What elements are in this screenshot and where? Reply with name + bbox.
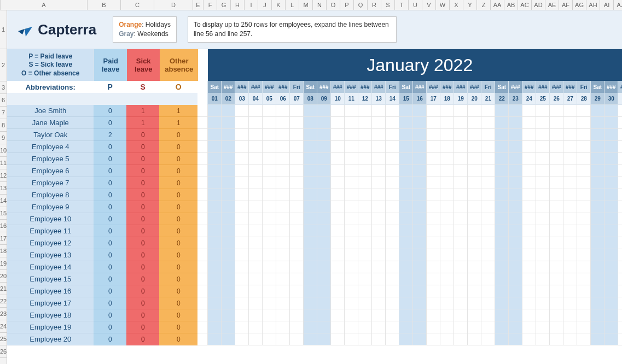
- calendar-cell[interactable]: [577, 261, 590, 273]
- calendar-cell[interactable]: [289, 225, 303, 237]
- calendar-cell[interactable]: [358, 153, 371, 165]
- calendar-cell[interactable]: [549, 129, 563, 141]
- calendar-cell[interactable]: [618, 273, 622, 285]
- calendar-cell[interactable]: [344, 297, 358, 309]
- calendar-cell[interactable]: [590, 273, 604, 285]
- sick-count[interactable]: 1: [126, 117, 159, 129]
- calendar-cell[interactable]: [317, 117, 330, 129]
- calendar-cell[interactable]: [385, 141, 399, 153]
- calendar-cell[interactable]: [577, 189, 590, 201]
- calendar-cell[interactable]: [618, 333, 622, 345]
- weekday-cell[interactable]: ###: [522, 81, 536, 93]
- calendar-cell[interactable]: [330, 261, 344, 273]
- calendar-cell[interactable]: [440, 213, 454, 225]
- column-header[interactable]: C: [121, 0, 154, 10]
- calendar-cell[interactable]: [440, 189, 454, 201]
- day-number-cell[interactable]: 25: [536, 93, 549, 105]
- column-header[interactable]: U: [409, 0, 422, 10]
- paid-count[interactable]: 0: [94, 273, 126, 285]
- calendar-cell[interactable]: [495, 225, 508, 237]
- calendar-cell[interactable]: [426, 273, 440, 285]
- calendar-cell[interactable]: [262, 165, 276, 177]
- calendar-cell[interactable]: [467, 285, 481, 297]
- calendar-cell[interactable]: [508, 261, 522, 273]
- other-count[interactable]: 0: [159, 285, 197, 297]
- calendar-cell[interactable]: [371, 249, 385, 261]
- calendar-cell[interactable]: [549, 273, 563, 285]
- calendar-cell[interactable]: [399, 153, 412, 165]
- sick-count[interactable]: 0: [126, 165, 159, 177]
- calendar-cell[interactable]: [604, 249, 618, 261]
- calendar-cell[interactable]: [207, 237, 221, 249]
- calendar-cell[interactable]: [563, 321, 577, 333]
- calendar-cell[interactable]: [262, 141, 276, 153]
- column-header[interactable]: AC: [518, 0, 532, 10]
- employee-name[interactable]: Employee 10: [7, 213, 94, 225]
- calendar-cell[interactable]: [549, 285, 563, 297]
- weekday-cell[interactable]: ###: [467, 81, 481, 93]
- calendar-cell[interactable]: [549, 213, 563, 225]
- calendar-cell[interactable]: [522, 189, 536, 201]
- calendar-cell[interactable]: [495, 165, 508, 177]
- calendar-cell[interactable]: [276, 165, 289, 177]
- calendar-cell[interactable]: [454, 105, 467, 117]
- day-number-cell[interactable]: 29: [590, 93, 604, 105]
- calendar-cell[interactable]: [549, 165, 563, 177]
- calendar-cell[interactable]: [371, 153, 385, 165]
- calendar-cell[interactable]: [303, 273, 317, 285]
- calendar-cell[interactable]: [303, 213, 317, 225]
- calendar-cell[interactable]: [604, 225, 618, 237]
- calendar-cell[interactable]: [440, 141, 454, 153]
- column-header[interactable]: AG: [573, 0, 586, 10]
- paid-count[interactable]: 0: [94, 297, 126, 309]
- row-header[interactable]: 18: [0, 245, 7, 257]
- calendar-cell[interactable]: [276, 105, 289, 117]
- calendar-cell[interactable]: [618, 261, 622, 273]
- calendar-cell[interactable]: [412, 273, 426, 285]
- calendar-cell[interactable]: [235, 249, 248, 261]
- calendar-cell[interactable]: [207, 129, 221, 141]
- other-count[interactable]: 0: [159, 225, 197, 237]
- calendar-cell[interactable]: [481, 225, 495, 237]
- calendar-cell[interactable]: [330, 273, 344, 285]
- calendar-cell[interactable]: [481, 201, 495, 213]
- calendar-cell[interactable]: [440, 321, 454, 333]
- calendar-cell[interactable]: [358, 165, 371, 177]
- calendar-cell[interactable]: [467, 165, 481, 177]
- calendar-cell[interactable]: [221, 129, 235, 141]
- calendar-cell[interactable]: [262, 177, 276, 189]
- weekday-cell[interactable]: ###: [440, 81, 454, 93]
- weekday-cell[interactable]: ###: [412, 81, 426, 93]
- calendar-cell[interactable]: [371, 177, 385, 189]
- calendar-cell[interactable]: [454, 201, 467, 213]
- calendar-cell[interactable]: [481, 117, 495, 129]
- calendar-cell[interactable]: [495, 261, 508, 273]
- other-count[interactable]: 0: [159, 333, 197, 345]
- calendar-cell[interactable]: [235, 309, 248, 321]
- calendar-cell[interactable]: [549, 189, 563, 201]
- calendar-cell[interactable]: [330, 201, 344, 213]
- calendar-cell[interactable]: [289, 141, 303, 153]
- calendar-cell[interactable]: [344, 165, 358, 177]
- calendar-cell[interactable]: [317, 225, 330, 237]
- calendar-cell[interactable]: [303, 201, 317, 213]
- calendar-cell[interactable]: [604, 237, 618, 249]
- calendar-cell[interactable]: [385, 321, 399, 333]
- sick-count[interactable]: 0: [126, 261, 159, 273]
- calendar-cell[interactable]: [522, 117, 536, 129]
- employee-name[interactable]: Employee 9: [7, 201, 94, 213]
- calendar-cell[interactable]: [262, 117, 276, 129]
- calendar-cell[interactable]: [330, 141, 344, 153]
- employee-name[interactable]: Employee 8: [7, 189, 94, 201]
- calendar-cell[interactable]: [508, 105, 522, 117]
- calendar-cell[interactable]: [303, 249, 317, 261]
- calendar-cell[interactable]: [577, 249, 590, 261]
- calendar-cell[interactable]: [330, 249, 344, 261]
- calendar-cell[interactable]: [454, 189, 467, 201]
- row-header[interactable]: 24: [0, 320, 7, 333]
- employee-name[interactable]: Employee 14: [7, 261, 94, 273]
- calendar-cell[interactable]: [289, 117, 303, 129]
- column-header[interactable]: O: [327, 0, 340, 10]
- calendar-cell[interactable]: [454, 237, 467, 249]
- calendar-cell[interactable]: [508, 129, 522, 141]
